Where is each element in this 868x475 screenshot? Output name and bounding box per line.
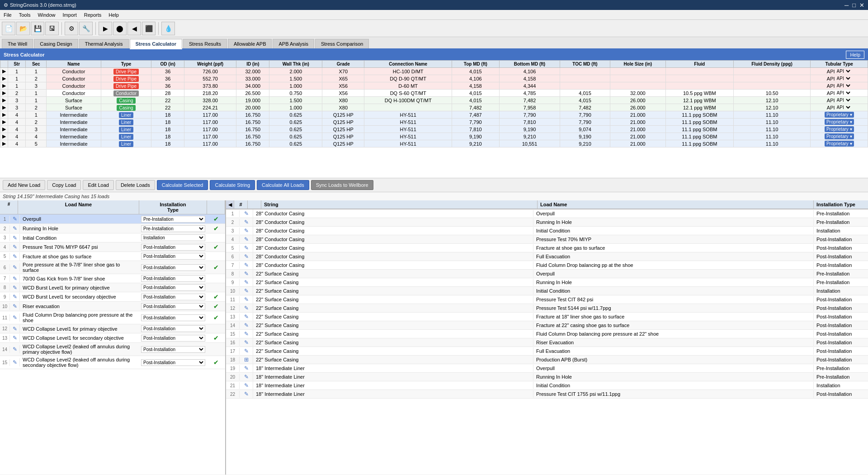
- minimize-btn[interactable]: ─: [844, 2, 849, 9]
- right-panel-scroll-left[interactable]: ◀: [226, 200, 234, 209]
- table-row[interactable]: ▶ 4 3 Intermediate Liner 18 117.00 16.75…: [0, 126, 868, 133]
- menu-window[interactable]: Window: [34, 11, 59, 19]
- tubular-type-api[interactable]: API API: [827, 104, 852, 110]
- load-row[interactable]: 6 ✎ Pore pressure at the 9-7/8" liner sh…: [0, 261, 225, 274]
- rload-row[interactable]: 6 ✎ 28" Conductor Casing Full Evacuation…: [226, 252, 868, 261]
- load-row[interactable]: 15 ✎ WCD Collapse Level2 (leaked off ann…: [0, 356, 225, 369]
- menu-import[interactable]: Import: [59, 11, 80, 19]
- edit-icon[interactable]: ✎: [10, 345, 20, 353]
- menu-tools[interactable]: Tools: [15, 11, 34, 19]
- rload-row[interactable]: 8 ✎ 22" Surface Casing Overpull Pre-Inst…: [226, 270, 868, 278]
- table-row[interactable]: ▶ 4 5 Intermediate Liner 18 117.00 16.75…: [0, 140, 868, 147]
- edit-icon[interactable]: ✎: [10, 293, 20, 301]
- inst-type-select[interactable]: Pre-InstallationInstallationPost-Install…: [141, 244, 205, 251]
- toolbar-new[interactable]: 📄: [2, 22, 15, 35]
- tubular-type-col[interactable]: Proprietary ▾: [811, 119, 868, 126]
- tab-casing-design[interactable]: Casing Design: [34, 39, 78, 48]
- r-edit-icon[interactable]: ✎: [240, 278, 253, 286]
- inst-type-cell[interactable]: Pre-InstallationInstallationPost-Install…: [139, 224, 207, 233]
- tubular-type-col[interactable]: API API: [811, 75, 868, 82]
- load-row[interactable]: 13 ✎ WCD Collapse Level1 for secondary o…: [0, 333, 225, 343]
- r-edit-icon[interactable]: ✎: [240, 347, 253, 355]
- rload-row[interactable]: 11 ✎ 22" Surface Casing Pressure Test CI…: [226, 295, 868, 304]
- tubular-type-col[interactable]: Proprietary ▾: [811, 133, 868, 140]
- rload-row[interactable]: 2 ✎ 28" Conductor Casing Running In Hole…: [226, 218, 868, 227]
- table-row[interactable]: ▶ 4 2 Intermediate Liner 18 117.00 16.75…: [0, 119, 868, 126]
- edit-icon[interactable]: ✎: [10, 302, 20, 310]
- r-edit-icon[interactable]: ✎: [240, 270, 253, 278]
- load-row[interactable]: 9 ✎ WCD Burst Level1 for secondary objec…: [0, 292, 225, 302]
- rload-row[interactable]: 13 ✎ 22" Surface Casing Fracture at 18" …: [226, 313, 868, 321]
- tubular-type-proprietary[interactable]: Proprietary ▾: [825, 133, 854, 139]
- inst-type-cell[interactable]: Pre-InstallationInstallationPost-Install…: [139, 233, 207, 242]
- inst-type-select[interactable]: Pre-InstallationInstallationPost-Install…: [141, 216, 205, 223]
- inst-type-cell[interactable]: Pre-InstallationInstallationPost-Install…: [139, 293, 207, 301]
- load-row[interactable]: 12 ✎ WCD Collapse Level1 for primary obj…: [0, 324, 225, 333]
- toolbar-open[interactable]: 📂: [16, 22, 30, 35]
- edit-icon[interactable]: ✎: [10, 314, 20, 322]
- inst-type-cell[interactable]: Pre-InstallationInstallationPost-Install…: [139, 302, 207, 311]
- tubular-type-proprietary[interactable]: Proprietary ▾: [825, 112, 854, 118]
- inst-type-select[interactable]: Pre-InstallationInstallationPost-Install…: [141, 264, 205, 271]
- table-row[interactable]: ▶ 1 3 Conductor Drive Pipe 36 373.80 34.…: [0, 82, 868, 90]
- tab-stress-results[interactable]: Stress Results: [183, 39, 227, 48]
- calculate-string-button[interactable]: Calculate String: [210, 180, 255, 190]
- inst-type-cell[interactable]: Pre-InstallationInstallationPost-Install…: [139, 345, 207, 354]
- tab-apb-analysis[interactable]: APB Analysis: [273, 39, 314, 48]
- r-edit-icon[interactable]: ⊞: [240, 356, 253, 364]
- calculate-all-loads-button[interactable]: Calculate All Loads: [257, 180, 309, 190]
- edit-icon[interactable]: ✎: [10, 284, 20, 292]
- inst-type-select[interactable]: Pre-InstallationInstallationPost-Install…: [141, 225, 205, 232]
- add-new-load-button[interactable]: Add New Load: [3, 180, 45, 190]
- edit-icon[interactable]: ✎: [10, 224, 20, 233]
- copy-load-button[interactable]: Copy Load: [47, 180, 81, 190]
- tubular-type-api[interactable]: API API: [827, 76, 852, 81]
- tubular-type-col[interactable]: Proprietary ▾: [811, 140, 868, 147]
- toolbar-btn8[interactable]: ⬤: [113, 22, 127, 35]
- table-row[interactable]: ▶ 1 1 Conductor Drive Pipe 36 726.00 32.…: [0, 68, 868, 75]
- menu-reports[interactable]: Reports: [80, 11, 105, 19]
- rload-row[interactable]: 9 ✎ 22" Surface Casing Running In Hole P…: [226, 278, 868, 287]
- maximize-btn[interactable]: □: [852, 2, 856, 9]
- load-row[interactable]: 5 ✎ Fracture at shoe gas to surface Pre-…: [0, 252, 225, 261]
- tubular-type-api[interactable]: API API: [827, 90, 852, 96]
- r-edit-icon[interactable]: ✎: [240, 209, 253, 218]
- edit-icon[interactable]: ✎: [10, 215, 20, 223]
- toolbar-btn7[interactable]: ▶: [99, 22, 112, 35]
- r-edit-icon[interactable]: ✎: [240, 364, 253, 372]
- inst-type-cell[interactable]: Pre-InstallationInstallationPost-Install…: [139, 252, 207, 261]
- rload-row[interactable]: 14 ✎ 22" Surface Casing Fracture at 22" …: [226, 321, 868, 330]
- inst-type-cell[interactable]: Pre-InstallationInstallationPost-Install…: [139, 243, 207, 252]
- toolbar-btn9[interactable]: ◀: [127, 22, 141, 35]
- inst-type-select[interactable]: Pre-InstallationInstallationPost-Install…: [141, 335, 205, 342]
- toolbar-btn5[interactable]: ⚙: [65, 22, 78, 35]
- load-row[interactable]: 14 ✎ WCD Collapse Level2 (leaked off ann…: [0, 343, 225, 356]
- table-row[interactable]: ▶ 1 2 Conductor Drive Pipe 36 552.70 33.…: [0, 75, 868, 82]
- toolbar-save[interactable]: 💾: [31, 22, 44, 35]
- tubular-type-col[interactable]: Proprietary ▾: [811, 126, 868, 133]
- r-edit-icon[interactable]: ✎: [240, 235, 253, 243]
- menu-file[interactable]: File: [0, 11, 15, 19]
- load-row[interactable]: 1 ✎ Overpull Pre-InstallationInstallatio…: [0, 214, 225, 224]
- r-edit-icon[interactable]: ✎: [240, 287, 253, 295]
- load-row[interactable]: 4 ✎ Pressure Test 70% MIYP 6647 psi Pre-…: [0, 242, 225, 252]
- load-row[interactable]: 11 ✎ Fluid Column Drop balancing pore pr…: [0, 311, 225, 324]
- edit-icon[interactable]: ✎: [10, 263, 20, 271]
- inst-type-select[interactable]: Pre-InstallationInstallationPost-Install…: [141, 234, 205, 241]
- rload-row[interactable]: 19 ✎ 18" Intermediate Liner Overpull Pre…: [226, 364, 868, 373]
- r-edit-icon[interactable]: ✎: [240, 381, 253, 390]
- inst-type-select[interactable]: Pre-InstallationInstallationPost-Install…: [141, 284, 205, 291]
- edit-icon[interactable]: ✎: [10, 334, 20, 342]
- load-row[interactable]: 7 ✎ 70/30 Gas Kick from 9-7/8" liner sho…: [0, 274, 225, 283]
- tubular-type-proprietary[interactable]: Proprietary ▾: [825, 119, 854, 125]
- r-edit-icon[interactable]: ✎: [240, 261, 253, 269]
- close-btn[interactable]: ✕: [859, 2, 864, 9]
- tubular-type-col[interactable]: Proprietary ▾: [811, 111, 868, 119]
- rload-row[interactable]: 7 ✎ 28" Conductor Casing Fluid Column Dr…: [226, 261, 868, 270]
- rload-row[interactable]: 20 ✎ 18" Intermediate Liner Running In H…: [226, 373, 868, 381]
- inst-type-cell[interactable]: Pre-InstallationInstallationPost-Install…: [139, 324, 207, 333]
- r-edit-icon[interactable]: ✎: [240, 330, 253, 338]
- toolbar-btn10[interactable]: ⬛: [142, 22, 156, 35]
- r-edit-icon[interactable]: ✎: [240, 313, 253, 321]
- inst-type-select[interactable]: Pre-InstallationInstallationPost-Install…: [141, 346, 205, 353]
